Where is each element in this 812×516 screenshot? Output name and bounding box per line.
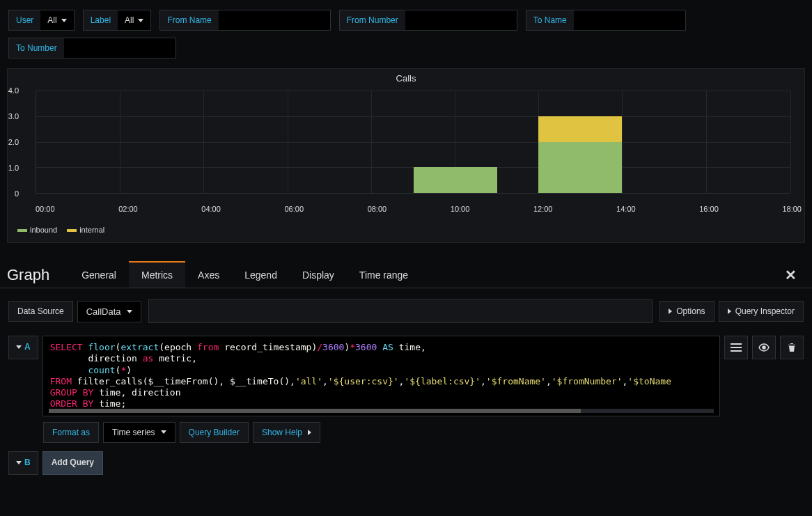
filter-label[interactable]: Label All xyxy=(83,10,152,31)
from-name-input[interactable] xyxy=(219,10,330,30)
caret-down-icon xyxy=(16,345,22,349)
filter-from-number[interactable]: From Number xyxy=(339,10,517,31)
filter-label: User xyxy=(9,10,40,30)
variable-filter-bar: User All Label All From Name From Number… xyxy=(0,0,812,64)
to-name-input[interactable] xyxy=(574,10,685,30)
filter-label: From Name xyxy=(160,10,218,30)
query-builder-button[interactable]: Query Builder xyxy=(180,422,249,443)
caret-right-icon xyxy=(308,430,311,435)
query-inspector-button[interactable]: Query Inspector xyxy=(719,301,804,322)
tab-display[interactable]: Display xyxy=(290,263,347,288)
filter-label: From Number xyxy=(340,10,405,30)
filter-to-name[interactable]: To Name xyxy=(526,10,686,31)
to-number-input[interactable] xyxy=(64,38,175,58)
swatch-icon xyxy=(17,229,27,232)
query-letter-a[interactable]: A xyxy=(8,336,38,359)
horizontal-scrollbar[interactable] xyxy=(49,409,714,413)
svg-rect-0 xyxy=(731,343,742,345)
tab-axes[interactable]: Axes xyxy=(185,263,232,288)
svg-point-3 xyxy=(763,346,765,349)
bar-internal[interactable] xyxy=(538,116,622,142)
svg-rect-2 xyxy=(731,350,742,352)
from-number-input[interactable] xyxy=(405,10,517,30)
spacer xyxy=(148,299,653,323)
tab-general[interactable]: General xyxy=(69,263,129,288)
filter-value[interactable]: All xyxy=(40,10,73,30)
editor-tabs: General Metrics Axes Legend Display Time… xyxy=(69,263,421,288)
tab-metrics[interactable]: Metrics xyxy=(129,261,185,288)
format-as-label: Format as xyxy=(43,422,99,443)
sql-editor[interactable]: SELECT floor(extract(epoch from record_t… xyxy=(42,336,720,416)
options-button[interactable]: Options xyxy=(659,301,714,322)
tab-legend[interactable]: Legend xyxy=(232,263,290,288)
caret-down-icon xyxy=(127,310,132,313)
scrollbar-thumb[interactable] xyxy=(49,409,581,413)
query-action-buttons xyxy=(724,336,804,416)
editor-section-title: Graph xyxy=(7,266,49,284)
x-axis-ticks: 00:0002:0004:0006:0008:0010:0012:0014:00… xyxy=(36,205,812,213)
datasource-row: Data Source CallData Options Query Inspe… xyxy=(0,288,812,334)
caret-down-icon xyxy=(161,430,166,434)
query-row-a: A SELECT floor(extract(epoch from record… xyxy=(0,334,812,418)
query-row-b: B Add Query xyxy=(0,450,812,476)
bar-inbound[interactable] xyxy=(414,167,497,193)
plot-area xyxy=(36,91,790,194)
toggle-menu-button[interactable] xyxy=(724,336,748,359)
close-editor-button[interactable]: ✕ xyxy=(778,264,804,286)
caret-down-icon xyxy=(16,461,22,464)
caret-right-icon xyxy=(669,308,672,314)
filter-label: To Name xyxy=(526,10,574,30)
query-letter-b[interactable]: B xyxy=(8,451,38,475)
legend-item-internal[interactable]: internal xyxy=(67,226,104,234)
swatch-icon xyxy=(67,229,77,232)
filter-to-number[interactable]: To Number xyxy=(8,38,176,58)
chart-legend: inbound internal xyxy=(8,220,804,242)
query-format-row: Format as Time series Query Builder Show… xyxy=(0,418,812,447)
toggle-visibility-button[interactable] xyxy=(752,336,776,359)
bar-chart[interactable]: 4.03.02.01.00 xyxy=(36,91,790,202)
filter-label: To Number xyxy=(9,38,64,58)
format-as-select[interactable]: Time series xyxy=(103,422,175,443)
tab-time-range[interactable]: Time range xyxy=(347,263,421,288)
add-query-button[interactable]: Add Query xyxy=(42,451,103,475)
filter-from-name[interactable]: From Name xyxy=(159,10,330,31)
editor-tab-row: Graph General Metrics Axes Legend Displa… xyxy=(0,256,812,288)
legend-item-inbound[interactable]: inbound xyxy=(17,226,57,234)
panel-title: Calls xyxy=(8,69,804,88)
datasource-label: Data Source xyxy=(8,301,73,322)
filter-value[interactable]: All xyxy=(118,10,150,30)
svg-rect-1 xyxy=(731,347,742,348)
bar-inbound[interactable] xyxy=(538,142,622,194)
caret-down-icon xyxy=(138,19,143,22)
caret-down-icon xyxy=(61,19,67,22)
filter-label: Label xyxy=(84,10,118,30)
chart-panel: Calls 4.03.02.01.00 00:0002:0004:0006:00… xyxy=(7,68,805,243)
caret-right-icon xyxy=(728,308,731,314)
show-help-button[interactable]: Show Help xyxy=(253,422,320,443)
delete-query-button[interactable] xyxy=(780,336,804,359)
datasource-select[interactable]: CallData xyxy=(77,301,141,322)
filter-user[interactable]: User All xyxy=(8,10,75,31)
